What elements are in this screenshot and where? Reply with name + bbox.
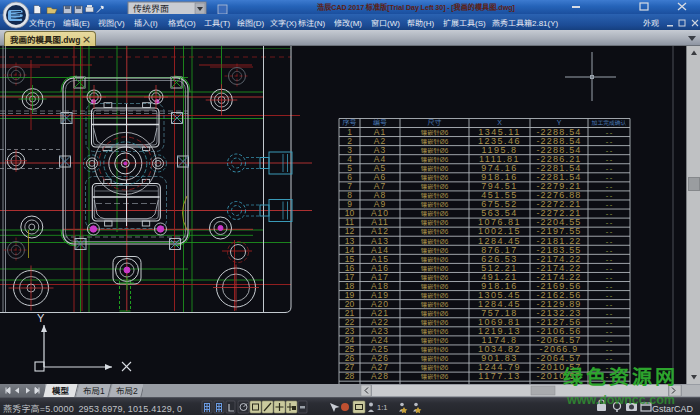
svg-text:浩辰CAD 2017 标准版[Trial Day Left: 浩辰CAD 2017 标准版[Trial Day Left 30] - [我画的… [317, 1, 515, 12]
svg-text:镶嵌针Ø6: 镶嵌针Ø6 [421, 300, 449, 309]
svg-text:镶嵌针Ø6: 镶嵌针Ø6 [421, 182, 449, 191]
svg-text:镶嵌针Ø6: 镶嵌针Ø6 [421, 363, 449, 372]
svg-text:镶嵌针Ø6: 镶嵌针Ø6 [421, 146, 449, 155]
svg-text:镶嵌针Ø6: 镶嵌针Ø6 [421, 227, 449, 236]
svg-text:镶嵌针Ø6: 镶嵌针Ø6 [421, 209, 449, 218]
svg-text:镶嵌针Ø6: 镶嵌针Ø6 [421, 345, 449, 354]
svg-text:镶嵌针Ø6: 镶嵌针Ø6 [421, 191, 449, 200]
svg-text:镶嵌针Ø6: 镶嵌针Ø6 [421, 309, 449, 318]
svg-text:镶嵌针Ø6: 镶嵌针Ø6 [421, 318, 449, 327]
svg-text:镶嵌针Ø6: 镶嵌针Ø6 [421, 336, 449, 345]
svg-text:镶嵌针Ø6: 镶嵌针Ø6 [421, 173, 449, 182]
svg-text:镶嵌针Ø6: 镶嵌针Ø6 [421, 246, 449, 255]
svg-text:28: 28 [345, 369, 355, 381]
svg-text:A28: A28 [371, 369, 389, 381]
svg-text:镶嵌针Ø6: 镶嵌针Ø6 [421, 354, 449, 363]
svg-text:镶嵌针Ø6: 镶嵌针Ø6 [421, 372, 449, 381]
svg-text:镶嵌针Ø6: 镶嵌针Ø6 [421, 291, 449, 300]
svg-text:Y: Y [37, 309, 45, 325]
svg-text:镶嵌针Ø6: 镶嵌针Ø6 [421, 155, 449, 164]
svg-text:镶嵌针Ø6: 镶嵌针Ø6 [421, 327, 449, 336]
svg-text:镶嵌针Ø6: 镶嵌针Ø6 [421, 264, 449, 273]
svg-text:1:1: 1:1 [377, 401, 387, 412]
svg-text:镶嵌针Ø6: 镶嵌针Ø6 [421, 164, 449, 173]
svg-text:镶嵌针Ø6: 镶嵌针Ø6 [421, 255, 449, 264]
svg-text:镶嵌针Ø6: 镶嵌针Ø6 [421, 200, 449, 209]
svg-text:镶嵌针Ø6: 镶嵌针Ø6 [421, 128, 449, 137]
svg-text:镶嵌针Ø6: 镶嵌针Ø6 [421, 273, 449, 282]
svg-text:1177.13: 1177.13 [478, 369, 520, 382]
svg-text:传统界面: 传统界面 [133, 2, 169, 14]
svg-text:尺寸: 尺寸 [428, 117, 442, 127]
svg-text:镶嵌针Ø6: 镶嵌针Ø6 [421, 218, 449, 227]
svg-text:镶嵌针Ø6: 镶嵌针Ø6 [421, 237, 449, 246]
svg-text:镶嵌针Ø6: 镶嵌针Ø6 [421, 137, 449, 146]
svg-text:镶嵌针Ø6: 镶嵌针Ø6 [421, 282, 449, 291]
